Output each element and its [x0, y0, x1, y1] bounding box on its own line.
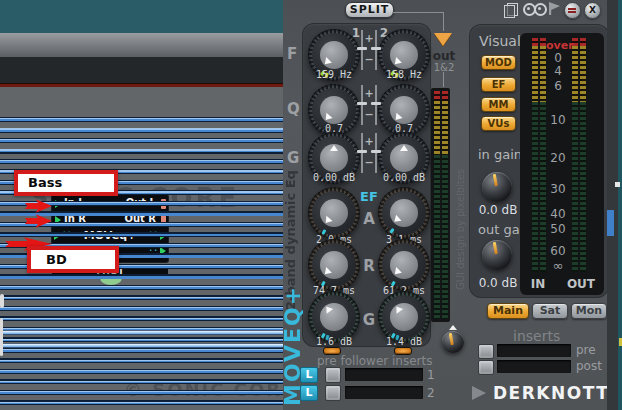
screenshot-root: Software IOs Synths Tools SONIC CORE © S… [0, 0, 622, 410]
in-gain-value: 0.0 dB [476, 203, 520, 217]
meter-scale-60: 60 [547, 244, 569, 258]
freq-section-label: F [287, 45, 297, 63]
insert-post-button[interactable] [478, 360, 494, 375]
insert-post-label: post [576, 359, 602, 373]
in-gain-knob[interactable] [482, 172, 512, 202]
eqgain-knob-band1[interactable] [308, 132, 360, 184]
meter-scale-50: 50 [547, 222, 569, 236]
pre-follower-title: pre follower inserts [317, 354, 432, 368]
meter-scale-inf: ∞ [547, 258, 569, 273]
meter-scale-30: 30 [547, 182, 569, 196]
sat-button[interactable]: Sat [532, 303, 568, 319]
follower-insert-button-2[interactable] [325, 385, 341, 401]
insert-post-slot[interactable] [497, 360, 571, 373]
band-port-arrow-icon[interactable] [160, 247, 166, 255]
workspace-watermark-bottom: © SONIC CORE [124, 379, 296, 400]
meter-scale-6: 6 [547, 79, 569, 93]
module-port-in-l[interactable]: In L [64, 195, 85, 211]
patch-cable-highlight [0, 343, 283, 348]
ef-knob-pointer-icon [449, 325, 457, 330]
host-top-band [0, 0, 283, 33]
input-port-arrow-icon[interactable] [55, 200, 61, 208]
linked-circles-icon[interactable] [523, 3, 547, 16]
input-port-arrow-icon[interactable] [55, 216, 61, 224]
q-knob-band2[interactable] [378, 84, 430, 136]
follower-slot2-number: 2 [427, 386, 435, 400]
gui-credit-vertical: GUI design by pixelbites [455, 90, 466, 290]
main-button[interactable]: Main [487, 303, 529, 319]
routing-line [443, 72, 444, 87]
moveq-logo-vertical: MOVEQ+ [280, 302, 305, 406]
routing-line [392, 12, 443, 13]
moveq-plugin-window: SPLIT out 1&2 X F Q G 1 2 [283, 0, 622, 410]
meter-scale-4: 4 [547, 64, 569, 78]
host-titlebar-gradient [0, 33, 283, 57]
meter-scale-20: 20 [547, 151, 569, 165]
insert-pre-label: pre [576, 343, 596, 357]
follower-slot1-number: 1 [427, 368, 435, 382]
dyngain-knob-band2[interactable] [378, 291, 430, 343]
insert-pre-button[interactable] [478, 344, 494, 359]
background-window-teal-edge [618, 0, 622, 410]
follower-insert-slot-1[interactable] [345, 368, 423, 381]
freq-knob-band2[interactable] [378, 29, 430, 81]
meter-scale-40: 40 [547, 207, 569, 221]
module-port-in-r[interactable]: In R [64, 211, 86, 227]
ef-scale-knob[interactable] [442, 331, 464, 353]
cutoff-module-edge [0, 318, 3, 356]
visuals-mm-button[interactable]: MM [481, 97, 516, 112]
bass-callout: Bass [14, 170, 118, 196]
visuals-ef-button[interactable]: EF [481, 77, 516, 92]
insert-pre-slot[interactable] [497, 344, 571, 357]
module-port-out-l[interactable]: Out L [126, 195, 156, 211]
q-knob-band1[interactable] [308, 84, 360, 136]
close-icon[interactable]: X [584, 2, 601, 19]
brand-arrow-icon [472, 386, 486, 400]
patch-cable-highlight [0, 330, 283, 335]
band-mix-fader[interactable]: + − [359, 133, 379, 173]
inserts-title: inserts [513, 328, 560, 344]
freq-knob-band1[interactable] [308, 29, 360, 81]
output-port-icon[interactable] [161, 215, 166, 225]
cutoff-ui-fragment [607, 210, 614, 236]
follower-insert-button-1[interactable] [325, 367, 341, 383]
bd-callout: BD [27, 246, 119, 273]
split-button[interactable]: SPLIT [345, 2, 394, 18]
host-menubar: Software IOs Synths Tools [0, 57, 283, 83]
cutoff-module-edge [0, 294, 4, 308]
out-gain-knob[interactable] [482, 240, 512, 270]
meter-in-label: IN [526, 277, 550, 291]
follower-insert-slot-2[interactable] [345, 386, 423, 399]
background-window-edge [607, 0, 618, 410]
ef-meter-strip [431, 88, 450, 322]
meter-out-label: OUT [566, 277, 596, 291]
band-port-cluster[interactable]: :: [148, 243, 158, 255]
routing-line [443, 12, 444, 31]
minimize-icon[interactable] [564, 2, 581, 19]
q-section-label: Q [287, 100, 300, 118]
visuals-vus-button[interactable]: VUs [481, 116, 516, 131]
cutoff-ui-fragment [615, 182, 620, 187]
output-port-icon[interactable] [161, 199, 166, 209]
in-gain-label: in gain [478, 147, 522, 162]
meter-scale-10: 10 [547, 113, 569, 127]
module-port-out-r[interactable]: Out R [124, 211, 156, 227]
brand-logo: DERKNOTT [493, 383, 609, 403]
muted-flag-icon[interactable] [549, 2, 560, 15]
dyngain-knob-band1[interactable] [308, 291, 360, 343]
module-name[interactable]: MOVeq+ [52, 228, 168, 244]
out-gain-value: 0.0 dB [476, 276, 520, 290]
mon-button[interactable]: Mon [571, 303, 607, 319]
visuals-mod-button[interactable]: MOD [481, 55, 516, 70]
meter-scale-0: 0 [547, 51, 569, 65]
